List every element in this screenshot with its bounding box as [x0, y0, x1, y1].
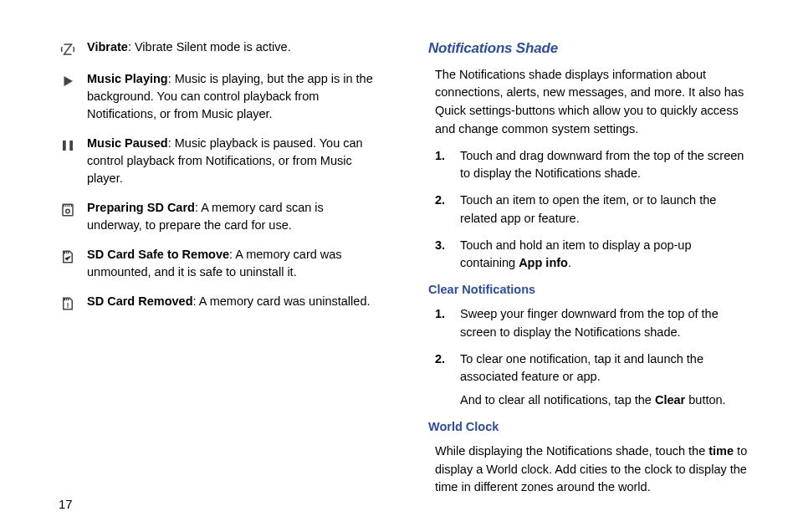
- vibrate-icon: [59, 40, 77, 59]
- status-item-text: Vibrate: Vibrate Silent mode is active.: [87, 38, 378, 59]
- step-continuation: And to clear all notifications, tap the …: [435, 391, 748, 410]
- status-item-text: Preparing SD Card: A memory card scan is…: [87, 199, 378, 234]
- page-number: 17: [59, 495, 73, 514]
- step: To clear one notification, tap it and la…: [435, 350, 748, 387]
- sd-safe-icon: [59, 248, 77, 266]
- step: Touch an item to open the item, or to la…: [435, 192, 748, 228]
- subheading-clear-notifications: Clear Notifications: [428, 281, 748, 299]
- subheading-world-clock: World Clock: [428, 418, 748, 436]
- svg-point-3: [66, 209, 70, 213]
- step: Touch and hold an item to display a pop-…: [435, 237, 748, 274]
- status-item-music-paused: Music Paused: Music playback is paused. …: [59, 135, 378, 187]
- status-item-text: SD Card Removed: A memory card was unins…: [87, 293, 378, 313]
- status-item-text: SD Card Safe to Remove: A memory card wa…: [87, 246, 378, 281]
- status-item-vibrate: Vibrate: Vibrate Silent mode is active.: [59, 38, 378, 59]
- status-item-sd-safe: SD Card Safe to Remove: A memory card wa…: [59, 246, 378, 281]
- status-item-sd-preparing: Preparing SD Card: A memory card scan is…: [59, 199, 378, 234]
- intro-paragraph: The Notifications shade displays informa…: [435, 66, 748, 139]
- svg-rect-0: [63, 141, 66, 151]
- steps-list-2: Sweep your finger downward from the top …: [435, 305, 748, 386]
- step: Touch and drag downward from the top of …: [435, 147, 748, 184]
- status-item-text: Music Paused: Music playback is paused. …: [87, 135, 378, 187]
- right-column: Notifications Shade The Notifications sh…: [428, 38, 748, 505]
- sd-prep-icon: [59, 201, 77, 219]
- pause-icon: [59, 136, 77, 155]
- world-clock-paragraph: While displaying the Notifications shade…: [435, 442, 748, 497]
- status-item-text: Music Playing: Music is playing, but the…: [87, 70, 378, 123]
- status-item-music-playing: Music Playing: Music is playing, but the…: [59, 70, 378, 123]
- svg-text:!: !: [67, 301, 69, 309]
- section-heading-notifications-shade: Notifications Shade: [428, 38, 748, 59]
- svg-rect-1: [69, 141, 73, 151]
- sd-removed-icon: !: [59, 294, 77, 313]
- status-item-sd-removed: ! SD Card Removed: A memory card was uni…: [59, 293, 378, 313]
- steps-list-1: Touch and drag downward from the top of …: [435, 147, 748, 274]
- step: Sweep your finger downward from the top …: [435, 305, 748, 342]
- left-column: Vibrate: Vibrate Silent mode is active. …: [59, 38, 378, 505]
- play-icon: [59, 72, 77, 90]
